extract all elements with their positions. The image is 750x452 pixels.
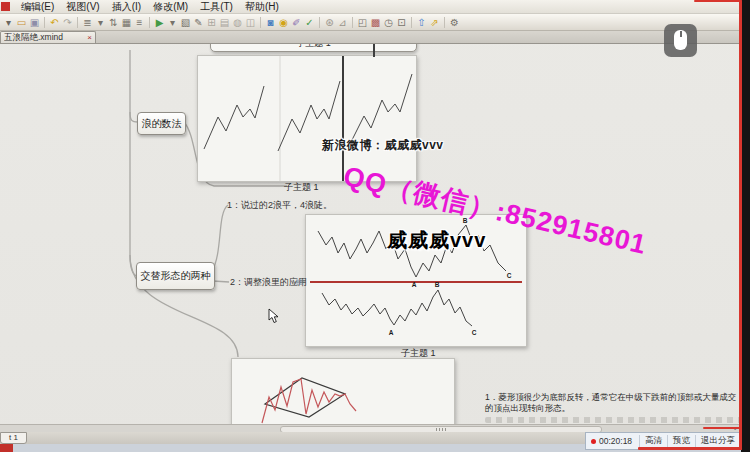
statusbar-button[interactable]: 退出分享 (695, 435, 740, 447)
history-icon[interactable]: ◷ (382, 16, 395, 29)
boundary-icon[interactable]: ▦ (120, 16, 133, 29)
wave-label-a: A (389, 329, 394, 336)
summary-icon[interactable]: ≡ (133, 16, 146, 29)
theme-icon[interactable]: ▩ (369, 16, 382, 29)
menu-bar: 编辑(E)视图(V)插入(I)修改(M)工具(T)帮助(H) (0, 0, 741, 14)
statusbar-button[interactable]: 高清 (639, 435, 667, 447)
toolbar-separator (149, 17, 150, 28)
subtopic-label[interactable]: 子主题 1 (284, 181, 319, 194)
wave-image-box-1[interactable] (197, 55, 417, 182)
relationship-icon[interactable]: ⇅ (107, 16, 120, 29)
recording-time: 00:20:18 (599, 436, 632, 446)
recorder-app-icon[interactable] (0, 444, 13, 452)
app-icon (1, 2, 10, 11)
document-tab[interactable]: 五浪隔绝.xmind × (0, 31, 96, 43)
drill-down-icon[interactable]: ▶ (153, 16, 166, 29)
hyperlink-icon[interactable]: ✎ (192, 16, 205, 29)
notes-icon[interactable]: ▤ (218, 16, 231, 29)
xmind-window: 子主题 1 子主题 1 浪的数法 交替形态的两种 1：说过的2浪平，4浪陡。 (0, 0, 741, 452)
drill-caret-icon[interactable]: ▾ (166, 16, 179, 29)
capture-icon[interactable]: ⊡ (395, 16, 408, 29)
scrollbar-grip (436, 428, 447, 431)
undo-icon[interactable]: ↶ (48, 16, 61, 29)
open-folder-icon[interactable]: ▭ (15, 16, 28, 29)
notes-icon[interactable]: ▤ (296, 277, 304, 286)
export-icon[interactable]: ⇗ (428, 16, 441, 29)
node-alternation[interactable]: 交替形态的两种 (136, 262, 215, 290)
save-icon[interactable]: ▣ (28, 16, 41, 29)
settings-icon[interactable]: ⚙ (448, 16, 461, 29)
attachment-icon[interactable]: ⊞ (205, 16, 218, 29)
upload-icon[interactable]: ⇧ (415, 16, 428, 29)
tab-close-icon[interactable]: × (87, 34, 92, 42)
style-icon[interactable]: ✐ (290, 16, 303, 29)
red-annotation-box-top (703, 427, 742, 429)
diamond-note-text: 1．菱形顶很少为底部反转，通常它在中级下跌前的顶部或大量成交的顶点出现转向形态。 (485, 392, 737, 414)
menu-item[interactable]: 修改(M) (147, 0, 194, 14)
menu-item[interactable]: 视图(V) (60, 0, 105, 14)
toolbar-separator (44, 17, 45, 28)
toolbar-separator (77, 17, 78, 28)
node-label: 交替形态的两种 (141, 269, 211, 283)
presentation-icon[interactable]: ⊿ (336, 16, 349, 29)
wave-charts-impulse (198, 56, 416, 181)
wave-label-b: B (435, 281, 440, 288)
tab-title: 五浪隔绝.xmind (4, 32, 84, 44)
right-black-strip (741, 0, 750, 452)
annotation-1[interactable]: 1：说过的2浪平，4浪陡。 (227, 199, 332, 212)
toolbar-separator (352, 17, 353, 28)
screen: 子主题 1 子主题 1 浪的数法 交替形态的两种 1：说过的2浪平，4浪陡。 (0, 0, 750, 452)
menu-items: 编辑(E)视图(V)插入(I)修改(M)工具(T)帮助(H) (15, 0, 285, 14)
wave-label-c: C (472, 329, 477, 336)
dropdown-caret-icon[interactable]: ▾ (2, 16, 15, 29)
toolbar-separator (260, 17, 261, 28)
diamond-top-chart (232, 359, 454, 425)
node-wave-counting[interactable]: 浪的数法 (137, 112, 186, 135)
big-watermark: 威威威vvv (387, 227, 486, 254)
task-icon[interactable]: ✓ (303, 16, 316, 29)
red-annotation-top (694, 0, 742, 2)
toolbar-separator (319, 17, 320, 28)
record-dot-icon (591, 439, 596, 444)
toolbar: ▾▭▣↶↷≣▾⇅▦≡▶▾▧✎⊞▤◍◫◙◉✐✓⊛⊿◰▩◷⊡⇧⇗⚙ (0, 14, 743, 31)
frame-icon[interactable]: ◫ (244, 16, 257, 29)
wave-label-c: C (507, 272, 512, 279)
image-divider-line (373, 43, 375, 57)
node-label: 浪的数法 (142, 117, 182, 131)
blurred-text-line (485, 417, 741, 423)
tab-bar: 五浪隔绝.xmind × (0, 31, 741, 44)
mouse-cursor (268, 308, 280, 324)
window-icon[interactable]: ◰ (356, 16, 369, 29)
label-icon[interactable]: ⊛ (323, 16, 336, 29)
weibo-watermark: 新浪微博：威威威vvv (322, 137, 444, 154)
statusbar-button[interactable]: 预览 (667, 435, 695, 447)
diamond-image-box[interactable] (231, 358, 455, 426)
red-annotation-vertical (739, 0, 742, 450)
audio-note-icon[interactable]: ◍ (231, 16, 244, 29)
insert-topic-icon[interactable]: ≣ (81, 16, 94, 29)
menu-item[interactable]: 帮助(H) (239, 0, 285, 14)
brainstorm-icon[interactable]: ◉ (277, 16, 290, 29)
wave-label-a: A (412, 281, 417, 288)
red-annotation-box-bottom (638, 447, 742, 450)
insert-topic-caret-icon[interactable]: ▾ (94, 16, 107, 29)
toolbar-separator (411, 17, 412, 28)
mouse-indicator-overlay (664, 24, 697, 57)
redo-icon[interactable]: ↷ (61, 16, 74, 29)
menu-item[interactable]: 工具(T) (194, 0, 239, 14)
comment-icon[interactable]: ◙ (264, 16, 277, 29)
menu-item[interactable]: 插入(I) (106, 0, 147, 14)
menu-item[interactable]: 编辑(E) (15, 0, 60, 14)
subtopic-label[interactable]: 子主题 1 (401, 347, 436, 360)
sheet-tab[interactable]: t 1 (0, 432, 27, 444)
toolbar-separator (444, 17, 445, 28)
mouse-icon (674, 30, 687, 50)
image-icon[interactable]: ▧ (179, 16, 192, 29)
